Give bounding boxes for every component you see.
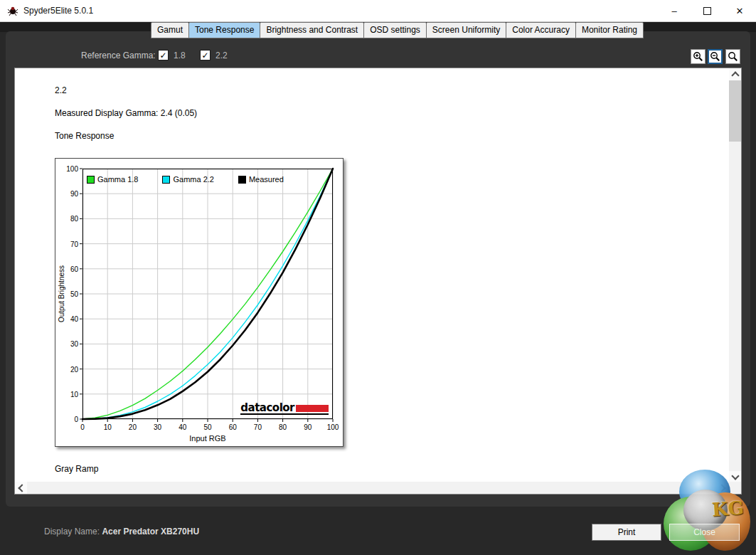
spyder-app-icon <box>7 5 18 16</box>
legend-label: Gamma 2.2 <box>173 175 213 184</box>
report-page: 2.2 Measured Display Gamma: 2.4 (0.05) T… <box>14 68 742 495</box>
x-tick-label: 0 <box>74 423 91 431</box>
scroll-up-button[interactable] <box>729 68 741 80</box>
tab-tone-response[interactable]: Tone Response <box>188 22 260 38</box>
minimize-button[interactable]: – <box>658 0 691 21</box>
window-title: Spyder5Elite 5.0.1 <box>23 6 93 16</box>
y-tick-label: 100 <box>57 165 78 173</box>
tab-brightness-and-contrast[interactable]: Brightness and Contrast <box>260 22 364 38</box>
display-name: Display Name: Acer Predator XB270HU <box>44 527 199 536</box>
close-button[interactable]: Close <box>669 524 740 541</box>
y-tick-label: 50 <box>57 290 78 298</box>
close-window-button[interactable]: ✕ <box>723 0 756 21</box>
legend-swatch <box>87 176 95 184</box>
legend-label: Gamma 1.8 <box>97 175 138 184</box>
x-tick-label: 40 <box>174 423 191 431</box>
print-button-label: Print <box>618 527 636 537</box>
gamma-2.2-checkbox-label: 2.2 <box>215 51 228 60</box>
chevron-right-icon <box>718 484 725 492</box>
y-tick-label: 40 <box>57 315 78 323</box>
y-tick-label: 70 <box>57 240 78 248</box>
chart-legend: Gamma 1.8Gamma 2.2Measured <box>87 175 284 184</box>
legend-swatch <box>162 176 170 184</box>
maximize-icon <box>703 7 711 15</box>
y-tick-label: 0 <box>57 416 78 423</box>
y-tick-label: 10 <box>57 391 78 398</box>
tone-response-chart: Gamma 1.8Gamma 2.2Measured Input RGB Out… <box>55 158 344 447</box>
plot-area <box>82 169 333 419</box>
title-bar: Spyder5Elite 5.0.1 – ✕ <box>0 0 756 22</box>
legend-entry: Gamma 2.2 <box>162 175 213 184</box>
tab-gamut[interactable]: Gamut <box>151 22 189 38</box>
tab-color-accuracy[interactable]: Color Accuracy <box>506 22 576 38</box>
x-tick-label: 100 <box>324 423 341 431</box>
scroll-left-button[interactable] <box>15 482 27 494</box>
close-icon: ✕ <box>736 6 744 16</box>
app-window: Spyder5Elite 5.0.1 – ✕ GamutTone Respons… <box>0 0 756 555</box>
tab-monitor-rating[interactable]: Monitor Rating <box>575 22 644 38</box>
datacolor-wordmark: datacolor <box>240 403 294 413</box>
legend-entry: Measured <box>238 175 284 184</box>
display-name-value: Acer Predator XB270HU <box>102 527 199 536</box>
scroll-right-button[interactable] <box>717 482 729 494</box>
legend-entry: Gamma 1.8 <box>87 175 138 184</box>
zoom-out-icon <box>710 51 720 62</box>
measured-gamma-text: Measured Display Gamma: 2.4 (0.05) <box>55 108 197 118</box>
gamma-1.8-checkbox[interactable]: ✓ <box>158 50 169 60</box>
check-icon: ✓ <box>201 51 208 60</box>
horizontal-scrollbar[interactable] <box>15 482 729 494</box>
print-button[interactable]: Print <box>592 524 661 541</box>
chevron-up-icon <box>731 71 739 79</box>
tab-screen-uniformity[interactable]: Screen Uniformity <box>426 22 506 38</box>
scrollbar-corner <box>729 482 741 494</box>
x-tick-label: 80 <box>275 423 292 431</box>
next-section-title: Gray Ramp <box>55 464 98 474</box>
reference-gamma-label: Reference Gamma: <box>81 51 156 60</box>
datacolor-logo: datacolor <box>240 403 329 415</box>
legend-swatch <box>238 176 246 184</box>
x-tick-label: 10 <box>99 423 116 431</box>
x-tick-label: 90 <box>299 423 316 431</box>
section-title: Tone Response <box>55 131 114 141</box>
zoom-in-button[interactable] <box>691 49 706 64</box>
zoom-actual-size-button[interactable] <box>725 49 740 64</box>
zoom-in-icon <box>693 51 703 62</box>
datacolor-red-bar <box>296 405 329 412</box>
magnifier-icon <box>728 51 738 62</box>
maximize-button[interactable] <box>691 0 723 21</box>
zoom-out-button[interactable] <box>708 49 723 64</box>
x-tick-label: 50 <box>199 423 216 431</box>
x-tick-label: 20 <box>124 423 141 431</box>
check-icon: ✓ <box>159 51 166 60</box>
tab-bar: GamutTone ResponseBrightness and Contras… <box>151 22 644 38</box>
y-tick-label: 20 <box>57 366 78 374</box>
vertical-scrollbar-thumb[interactable] <box>729 80 741 142</box>
selected-gamma-value: 2.2 <box>55 85 67 95</box>
window-controls: – ✕ <box>658 0 756 21</box>
minimize-icon: – <box>671 6 676 16</box>
chevron-left-icon <box>18 484 26 492</box>
x-tick-label: 60 <box>224 423 241 431</box>
tab-osd-settings[interactable]: OSD settings <box>363 22 427 38</box>
display-name-label: Display Name: <box>44 527 100 536</box>
gamma-2.2-checkbox[interactable]: ✓ <box>200 50 211 60</box>
gamma-1.8-checkbox-label: 1.8 <box>174 51 186 60</box>
y-tick-label: 80 <box>57 215 78 223</box>
y-tick-label: 60 <box>57 265 78 273</box>
x-tick-label: 30 <box>149 423 166 431</box>
y-tick-label: 90 <box>57 190 78 198</box>
chevron-down-icon <box>731 472 739 480</box>
y-tick-label: 30 <box>57 340 78 348</box>
x-axis-title: Input RGB <box>82 434 333 443</box>
x-tick-label: 70 <box>249 423 266 431</box>
close-button-label: Close <box>693 527 715 537</box>
legend-label: Measured <box>249 175 284 184</box>
vertical-scrollbar[interactable] <box>729 68 741 483</box>
